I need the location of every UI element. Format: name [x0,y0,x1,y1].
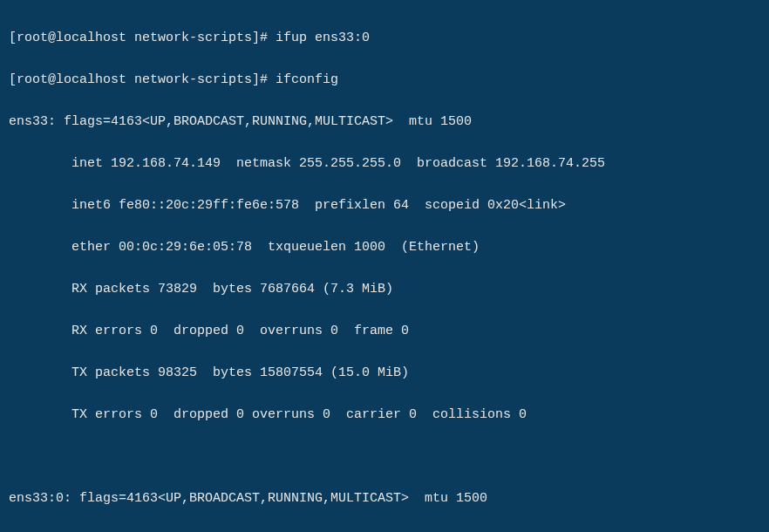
prompt-line-1: [root@localhost network-scripts]# ifup e… [9,28,760,49]
iface-detail: TX packets 98325 bytes 15807554 (15.0 Mi… [9,363,760,384]
iface-header-ens33: ens33: flags=4163<UP,BROADCAST,RUNNING,M… [9,112,760,133]
iface-flags: flags=4163<UP,BROADCAST,RUNNING,MULTICAS… [56,114,401,129]
iface-detail: inet 192.168.74.149 netmask 255.255.255.… [9,153,760,174]
iface-header-ens33-0: ens33:0: flags=4163<UP,BROADCAST,RUNNING… [9,488,760,509]
prompt-line-2: [root@localhost network-scripts]# ifconf… [9,70,760,91]
shell-prompt: [root@localhost network-scripts]# [9,31,276,45]
iface-detail: RX packets 73829 bytes 7687664 (7.3 MiB) [9,279,760,300]
iface-mtu: mtu 1500 [417,491,487,506]
iface-flags: flags=4163<UP,BROADCAST,RUNNING,MULTICAS… [71,491,417,506]
command-text: ifup ens33:0 [276,31,370,45]
iface-name: ens33:0: [9,491,71,506]
iface-name: ens33: [9,114,56,129]
iface-detail: TX errors 0 dropped 0 overruns 0 carrier… [9,405,760,426]
shell-prompt: [root@localhost network-scripts]# [9,72,276,87]
terminal-output[interactable]: [root@localhost network-scripts]# ifup e… [0,0,769,532]
iface-detail: ether 00:0c:29:6e:05:78 txqueuelen 1000 … [9,237,760,258]
iface-detail: inet6 fe80::20c:29ff:fe6e:578 prefixlen … [9,195,760,216]
blank-line [9,447,760,467]
command-text: ifconfig [276,72,338,87]
iface-mtu: mtu 1500 [401,114,472,129]
iface-detail: RX errors 0 dropped 0 overruns 0 frame 0 [9,321,760,342]
